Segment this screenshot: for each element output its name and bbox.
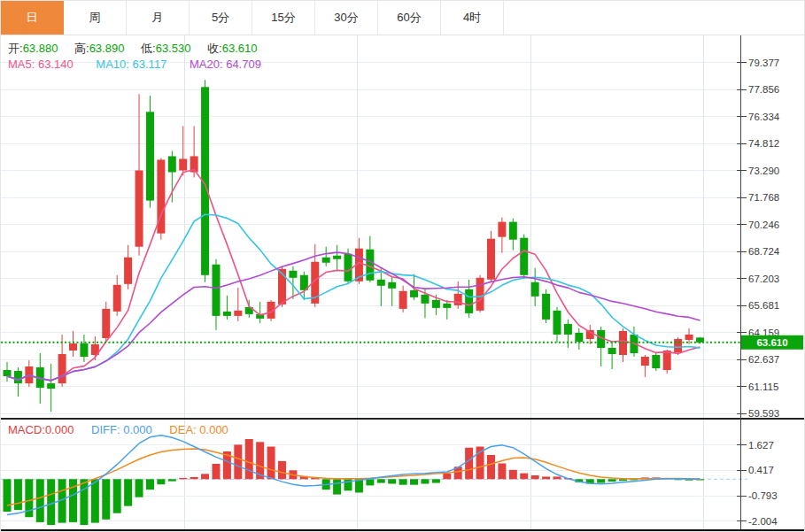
candle [168, 156, 176, 172]
ma5-readout: MA5: 63.140 [8, 58, 74, 71]
candle [333, 256, 341, 259]
candle [124, 258, 132, 284]
macd-bar [443, 474, 451, 479]
candle [322, 258, 330, 263]
tab-60分[interactable]: 60分 [378, 1, 441, 35]
candle [344, 254, 352, 281]
candle [377, 280, 385, 286]
diff-line [7, 436, 700, 515]
close-label: 收: [207, 42, 222, 55]
trading-chart-app: 日周月5分15分30分60分4时 79.37777.85676.33474.81… [0, 0, 805, 532]
candle [663, 351, 671, 370]
tab-30分[interactable]: 30分 [315, 1, 378, 35]
dea-value: 0.000 [199, 423, 228, 436]
candle [223, 312, 231, 316]
candle [421, 295, 429, 304]
candle [520, 238, 528, 275]
macd-bar [36, 479, 44, 522]
candle [498, 222, 506, 237]
tab-15分[interactable]: 15分 [252, 1, 315, 35]
macd-bar [47, 479, 55, 525]
macd-axis-label: -0.793 [748, 490, 778, 501]
ma5-line [7, 170, 700, 381]
macd-bar [102, 479, 110, 520]
macd-bar [377, 479, 385, 482]
candle [564, 324, 572, 335]
candle [69, 343, 77, 351]
candle [212, 265, 220, 316]
candle [80, 343, 88, 357]
close-value: 63.610 [222, 42, 258, 55]
candle [146, 112, 154, 200]
macd-readout: MACD:0.000 DIFF: 0.000 DEA: 0.000 [8, 423, 228, 436]
candle [388, 282, 396, 289]
macd-bar [168, 479, 176, 481]
macd-value: 0.000 [45, 423, 74, 436]
macd-bar [619, 479, 627, 481]
macd-axis-label: 1.627 [748, 440, 774, 451]
ma10-readout: MA10: 63.117 [96, 58, 166, 71]
macd-axis-label: -2.004 [748, 516, 778, 527]
price-axis-label: 71.768 [748, 192, 779, 203]
dea-value-pair: DEA: 0.000 [169, 423, 228, 436]
timeframe-tabbar: 日周月5分15分30分60分4时 [1, 1, 805, 35]
candle [465, 289, 473, 313]
candle [289, 271, 297, 278]
chart-canvas[interactable]: 79.37777.85676.33474.81273.29071.76870.2… [1, 1, 805, 532]
candle [443, 304, 451, 308]
macd-bar [498, 464, 506, 480]
macd-bar [113, 479, 121, 513]
tab-周[interactable]: 周 [64, 1, 127, 35]
tab-月[interactable]: 月 [127, 1, 190, 35]
tab-日[interactable]: 日 [1, 1, 64, 35]
macd-bar [399, 479, 407, 484]
ma20-readout: MA20: 64.709 [190, 58, 261, 71]
price-axis-label: 74.812 [748, 138, 779, 149]
candle [399, 291, 407, 309]
candle [410, 290, 418, 297]
price-axis-label: 61.115 [748, 382, 778, 392]
macd-bar [234, 444, 242, 479]
macd-bar [410, 479, 418, 484]
tab-5分[interactable]: 5分 [190, 1, 252, 35]
open-value: 63.880 [23, 42, 58, 55]
macd-axis-label: 0.417 [748, 465, 774, 475]
macd-bar [608, 479, 616, 482]
candle [542, 294, 550, 320]
candle [509, 222, 517, 240]
tab-4时[interactable]: 4时 [441, 1, 504, 35]
price-axis-label: 62.637 [748, 354, 779, 365]
price-axis-label: 59.593 [748, 408, 779, 419]
macd-bar [366, 479, 374, 485]
macd-bar [432, 479, 440, 482]
macd-bar [553, 476, 561, 479]
macd-bar [531, 475, 539, 479]
ma20-value: 64.709 [226, 58, 261, 71]
macd-bar [520, 474, 528, 480]
macd-bar [157, 479, 165, 484]
candle [179, 158, 187, 170]
candle [641, 357, 649, 366]
price-axis-label: 65.681 [748, 300, 779, 311]
macd-bar [190, 477, 198, 479]
macd-bar [597, 479, 605, 482]
macd-bar [388, 479, 396, 483]
high-value: 63.890 [89, 42, 125, 55]
ma10-value: 63.117 [133, 58, 167, 71]
macd-bar [278, 461, 286, 479]
price-axis-label: 68.724 [748, 246, 780, 257]
macd-bar [509, 470, 517, 479]
ohlc-readout: 开:63.880 高:63.890 低:63.530 收:63.610 [8, 41, 270, 57]
price-axis-label: 73.290 [748, 166, 779, 176]
low-value: 63.530 [156, 42, 191, 55]
candle [531, 282, 539, 297]
macd-bar [124, 479, 132, 505]
macd-bar [91, 479, 99, 522]
high-label: 高: [74, 42, 89, 55]
low-label: 低: [141, 42, 156, 55]
macd-bar [146, 479, 154, 490]
price-axis-label: 76.334 [748, 112, 780, 122]
price-axis-label: 79.377 [748, 58, 779, 68]
ma-readout: MA5: 63.140 MA10: 63.117 MA20: 64.709 [8, 58, 261, 71]
macd-bar [179, 478, 187, 479]
